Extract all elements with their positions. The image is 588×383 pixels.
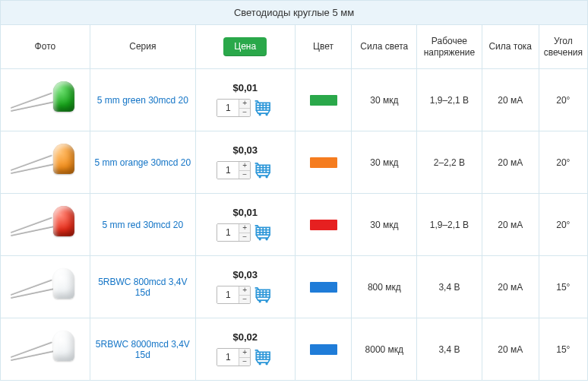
cell-photo — [1, 131, 90, 194]
add-to-cart-button[interactable] — [254, 160, 273, 181]
svg-point-38 — [259, 362, 261, 365]
qty-plus-button[interactable]: + — [239, 349, 250, 357]
cell-intensity: 30 мкд — [352, 131, 417, 194]
led-photo — [11, 264, 79, 311]
table-title: Светодиоды круглые 5 мм — [1, 1, 588, 25]
cart-icon — [254, 347, 273, 368]
col-header-angle: Угол свечения — [539, 25, 587, 69]
svg-point-14 — [259, 176, 261, 178]
led-bulb-icon — [53, 144, 74, 174]
table-row: 5 mm green 30mcd 20 $0,01 + − — [1, 69, 588, 131]
quantity-stepper[interactable]: + − — [217, 348, 251, 366]
cell-voltage: 2–2,2 В — [417, 131, 482, 194]
qty-minus-button[interactable]: − — [239, 357, 250, 366]
cell-price: $0,03 + − — [195, 131, 295, 194]
led-photo — [11, 201, 79, 248]
cell-price: $0,01 + − — [195, 194, 295, 256]
table-row: 5RBWC 800mcd 3,4V 15d $0,03 + − — [1, 256, 588, 318]
cell-angle: 15° — [539, 256, 587, 318]
cell-series: 5 mm red 30mcd 20 — [90, 194, 195, 256]
cell-color — [295, 318, 352, 381]
cell-angle: 15° — [539, 318, 587, 381]
series-link[interactable]: 5 mm green 30mcd 20 — [97, 95, 188, 106]
svg-point-23 — [266, 238, 268, 240]
price-value: $0,02 — [199, 331, 292, 343]
add-to-cart-button[interactable] — [254, 347, 273, 368]
color-swatch — [310, 95, 337, 106]
col-header-color: Цвет — [295, 25, 352, 69]
col-header-price[interactable]: Цена — [195, 25, 295, 69]
cell-color — [295, 131, 352, 194]
qty-minus-button[interactable]: − — [239, 295, 250, 303]
col-header-voltage: Рабочее напряжение — [417, 25, 482, 69]
qty-minus-button[interactable]: − — [239, 233, 250, 241]
qty-plus-button[interactable]: + — [239, 286, 250, 295]
led-table: Светодиоды круглые 5 мм Фото Серия Цена … — [0, 0, 588, 381]
quantity-stepper[interactable]: + − — [217, 223, 251, 242]
quantity-stepper[interactable]: + − — [217, 99, 251, 117]
qty-plus-button[interactable]: + — [239, 162, 250, 170]
cell-series: 5 mm orange 30mcd 20 — [90, 131, 195, 194]
table-row: 5 mm red 30mcd 20 $0,01 + − — [1, 194, 588, 256]
series-link[interactable]: 5RBWC 800mcd 3,4V 15d — [98, 277, 187, 298]
cell-color — [295, 194, 352, 256]
quantity-stepper[interactable]: + − — [217, 286, 251, 304]
quantity-input[interactable] — [217, 349, 239, 366]
cell-current: 20 мА — [482, 194, 539, 256]
svg-point-7 — [266, 113, 268, 116]
series-link[interactable]: 5RBWC 8000mcd 3,4V 15d — [96, 339, 190, 360]
cell-voltage: 3,4 В — [417, 318, 482, 381]
led-bulb-icon — [53, 81, 74, 112]
cart-icon — [254, 98, 273, 119]
qty-minus-button[interactable]: − — [239, 108, 250, 116]
cell-current: 20 мА — [482, 69, 539, 131]
add-to-cart-button[interactable] — [254, 285, 273, 305]
price-value: $0,03 — [199, 144, 292, 156]
qty-plus-button[interactable]: + — [239, 100, 250, 108]
cell-series: 5RBWC 800mcd 3,4V 15d — [90, 256, 195, 318]
quantity-input[interactable] — [217, 224, 239, 241]
led-photo — [11, 326, 79, 373]
cell-intensity: 30 мкд — [352, 194, 417, 256]
quantity-input[interactable] — [217, 100, 239, 116]
quantity-input[interactable] — [217, 162, 239, 179]
svg-point-6 — [259, 113, 261, 116]
table-row: 5 mm orange 30mcd 20 $0,03 + − — [1, 131, 588, 194]
color-swatch — [310, 220, 337, 230]
col-header-current: Сила тока — [482, 25, 539, 69]
led-bulb-icon — [53, 268, 74, 299]
cell-photo — [1, 318, 90, 381]
svg-point-22 — [259, 238, 261, 240]
price-sort-badge[interactable]: Цена — [223, 37, 267, 56]
quantity-stepper[interactable]: + − — [217, 161, 251, 179]
add-to-cart-button[interactable] — [254, 98, 273, 119]
price-value: $0,03 — [199, 269, 292, 280]
col-header-series: Серия — [90, 25, 195, 69]
add-to-cart-button[interactable] — [254, 223, 273, 243]
color-swatch — [310, 344, 337, 355]
cell-angle: 20° — [539, 131, 587, 194]
series-link[interactable]: 5 mm red 30mcd 20 — [102, 220, 183, 230]
qty-minus-button[interactable]: − — [239, 170, 250, 179]
cell-series: 5 mm green 30mcd 20 — [90, 69, 195, 131]
col-header-photo: Фото — [1, 25, 90, 69]
color-swatch — [310, 282, 337, 293]
cell-current: 20 мА — [482, 131, 539, 194]
series-link[interactable]: 5 mm orange 30mcd 20 — [94, 157, 191, 168]
cell-color — [295, 256, 352, 318]
qty-plus-button[interactable]: + — [239, 224, 250, 233]
cell-angle: 20° — [539, 69, 587, 131]
svg-point-31 — [266, 300, 268, 302]
cart-icon — [254, 223, 273, 243]
table-row: 5RBWC 8000mcd 3,4V 15d $0,02 + − — [1, 318, 588, 381]
quantity-input[interactable] — [217, 286, 239, 303]
cart-icon — [254, 285, 273, 305]
cell-voltage: 1,9–2,1 В — [417, 69, 482, 131]
cell-current: 20 мА — [482, 318, 539, 381]
cell-intensity: 8000 мкд — [352, 318, 417, 381]
cell-price: $0,01 + − — [195, 69, 295, 131]
cell-price: $0,02 + − — [195, 318, 295, 381]
col-header-intensity: Сила света — [352, 25, 417, 69]
cell-photo — [1, 194, 90, 256]
svg-point-30 — [259, 300, 261, 302]
